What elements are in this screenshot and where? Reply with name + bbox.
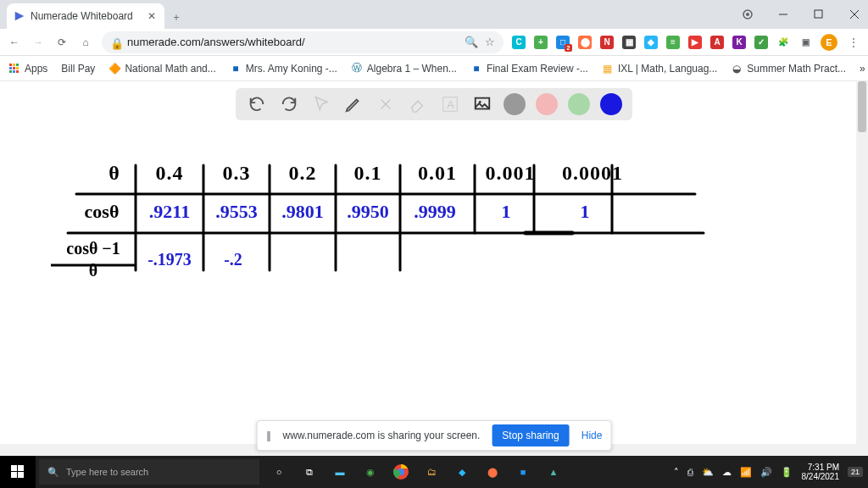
taskbar-chrome-icon[interactable] xyxy=(387,458,415,486)
text-icon[interactable]: A xyxy=(439,93,461,115)
bookmark-item[interactable]: 🔶National Math and... xyxy=(108,63,215,75)
stop-sharing-button[interactable]: Stop sharing xyxy=(492,424,569,446)
svg-rect-34 xyxy=(18,472,24,478)
account-indicator-icon[interactable] xyxy=(737,4,758,25)
svg-rect-3 xyxy=(815,10,822,18)
extensions-strip: C + □2 ⬤ N ▦ ◆ ≡ ▶ A K ✓ 🧩 ▣ E ⋮ xyxy=(512,34,861,51)
forward-icon[interactable]: → xyxy=(31,35,46,50)
svg-rect-32 xyxy=(18,465,24,471)
taskbar-app-icon[interactable]: ▬ xyxy=(326,458,354,486)
extension-icon[interactable]: A xyxy=(710,36,724,49)
whiteboard-toolbar: A xyxy=(236,88,632,120)
battery-icon[interactable]: 🔋 xyxy=(781,467,793,478)
extension-icon[interactable]: C xyxy=(512,36,526,49)
taskbar-explorer-icon[interactable]: 🗂 xyxy=(417,458,446,486)
browser-tab[interactable]: Numerade Whiteboard ✕ xyxy=(7,3,164,29)
clock-time: 7:31 PM xyxy=(801,463,839,473)
svg-rect-10 xyxy=(13,67,15,69)
expr-numerator: cosθ −1 xyxy=(66,239,120,258)
bookmark-favicon-icon: ■ xyxy=(470,63,482,75)
taskbar-clock[interactable]: 7:31 PM 8/24/2021 xyxy=(801,463,839,482)
extension-icon[interactable]: ✓ xyxy=(754,36,768,49)
notifications-icon[interactable]: 21 xyxy=(848,467,863,477)
system-tray: ˄ ⎙ ⛅ ☁ 📶 🔊 🔋 7:31 PM 8/24/2021 21 xyxy=(674,463,868,482)
address-bar: ← → ⟳ ⌂ 🔒 numerade.com/answers/whiteboar… xyxy=(0,29,868,56)
maximize-icon[interactable] xyxy=(809,4,829,25)
extension-icon[interactable]: ◆ xyxy=(644,36,658,49)
eraser-icon[interactable] xyxy=(407,93,429,115)
pen-icon[interactable] xyxy=(342,93,364,115)
extension-icon[interactable]: K xyxy=(732,36,746,49)
task-view-icon[interactable]: ⧉ xyxy=(295,458,324,486)
extension-icon[interactable]: ▶ xyxy=(688,36,702,49)
tray-icon[interactable]: ⛅ xyxy=(702,467,714,478)
tab-strip: Numerade Whiteboard ✕ ＋ xyxy=(0,0,868,29)
apps-shortcut[interactable]: Apps xyxy=(8,63,47,75)
color-gray[interactable] xyxy=(504,93,526,115)
reload-icon[interactable]: ⟳ xyxy=(54,35,70,50)
svg-rect-33 xyxy=(11,472,17,478)
page-content: A xyxy=(0,81,868,456)
bookmark-item[interactable]: ■Mrs. Amy Koning -... xyxy=(230,63,337,75)
minimize-icon[interactable] xyxy=(773,4,793,25)
cast-icon[interactable]: ▣ xyxy=(798,36,812,49)
close-window-icon[interactable] xyxy=(844,4,865,25)
bookmark-item[interactable]: ⓌAlgebra 1 – When... xyxy=(351,63,457,75)
chrome-menu-icon[interactable]: ⋮ xyxy=(846,35,861,50)
onedrive-icon[interactable]: ☁ xyxy=(722,467,732,478)
svg-rect-9 xyxy=(9,67,12,69)
color-green[interactable] xyxy=(568,93,590,115)
extension-icon[interactable]: N xyxy=(600,36,614,49)
extension-icon[interactable]: ⬤ xyxy=(578,36,592,49)
bookmark-item[interactable]: ■Final Exam Review -... xyxy=(470,63,588,75)
vertical-scrollbar[interactable] xyxy=(856,81,868,456)
bookmark-favicon-icon: ◒ xyxy=(731,63,743,75)
search-placeholder: Type here to search xyxy=(66,467,148,477)
tab-favicon-icon xyxy=(14,10,25,22)
omnibox[interactable]: 🔒 numerade.com/answers/whiteboard/ 🔍 ☆ xyxy=(102,31,504,53)
taskbar-app-icon[interactable]: ▲ xyxy=(539,458,568,486)
bookmark-item[interactable]: ▦IXL | Math, Languag... xyxy=(602,63,717,75)
taskbar-app-icon[interactable]: ◆ xyxy=(448,458,476,486)
profile-avatar[interactable]: E xyxy=(821,34,837,51)
start-button[interactable] xyxy=(0,456,36,488)
table-row-theta: θ 0.4 0.3 0.2 0.1 0.01 0.001 0.0001 xyxy=(93,162,639,185)
home-icon[interactable]: ⌂ xyxy=(78,35,93,50)
bookmark-item[interactable]: Bill Pay xyxy=(61,63,95,75)
expr-denominator: θ xyxy=(89,262,97,279)
bookmark-favicon-icon: Ⓦ xyxy=(351,63,363,75)
search-in-page-icon[interactable]: 🔍 xyxy=(465,36,478,48)
undo-icon[interactable] xyxy=(246,93,268,115)
tools-icon[interactable] xyxy=(375,93,397,115)
pointer-icon[interactable] xyxy=(310,93,332,115)
tray-icon[interactable]: ⎙ xyxy=(687,467,693,477)
tray-overflow-icon[interactable]: ˄ xyxy=(674,467,679,478)
wifi-icon[interactable]: 📶 xyxy=(740,467,752,478)
bookmark-item[interactable]: ◒Summer Math Pract... xyxy=(731,63,846,75)
extension-icon[interactable]: ▦ xyxy=(622,36,636,49)
star-icon[interactable]: ☆ xyxy=(485,36,495,48)
image-icon[interactable] xyxy=(471,93,493,115)
extension-icon[interactable]: + xyxy=(534,36,548,49)
svg-text:A: A xyxy=(447,98,454,111)
hide-share-bar-button[interactable]: Hide xyxy=(581,430,603,441)
redo-icon[interactable] xyxy=(278,93,300,115)
taskbar-search[interactable]: 🔍 Type here to search xyxy=(39,459,259,485)
extension-icon[interactable]: □2 xyxy=(556,36,570,49)
taskbar-app-icon[interactable]: ■ xyxy=(509,458,537,486)
share-message: www.numerade.com is sharing your screen. xyxy=(283,430,481,441)
back-icon[interactable]: ← xyxy=(7,35,22,50)
bookmarks-overflow-icon[interactable]: » xyxy=(860,63,865,75)
extension-icon[interactable]: ≡ xyxy=(666,36,680,49)
close-tab-icon[interactable]: ✕ xyxy=(146,10,158,22)
color-blue[interactable] xyxy=(600,93,622,115)
new-tab-button[interactable]: ＋ xyxy=(164,5,188,29)
color-pink[interactable] xyxy=(536,93,558,115)
volume-icon[interactable]: 🔊 xyxy=(760,467,772,478)
taskbar-app-icon[interactable]: ⬤ xyxy=(478,458,507,486)
extensions-menu-icon[interactable]: 🧩 xyxy=(776,36,790,49)
taskbar-app-icon[interactable]: ◉ xyxy=(356,458,385,486)
cortana-icon[interactable]: ○ xyxy=(264,458,293,486)
scrollbar-thumb[interactable] xyxy=(858,81,866,132)
svg-rect-12 xyxy=(9,70,12,73)
